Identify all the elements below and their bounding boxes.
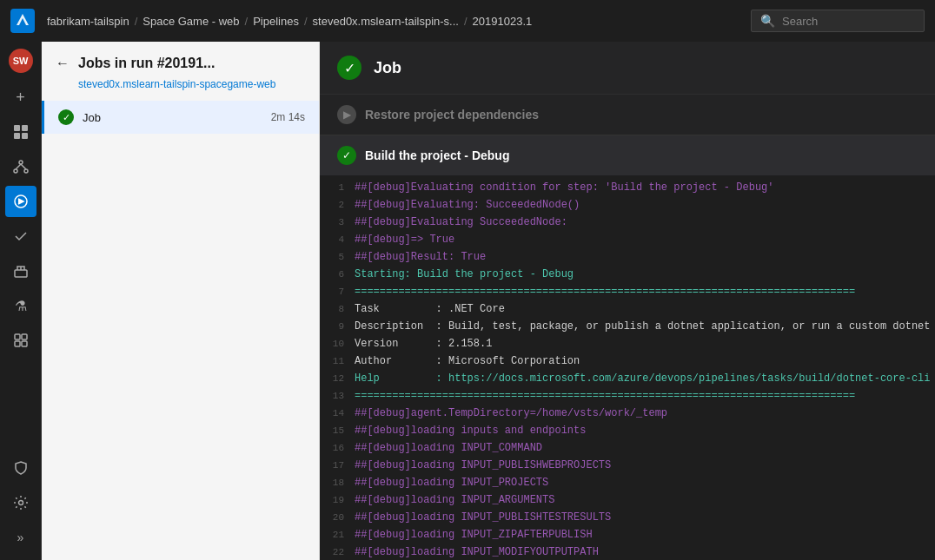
log-line-number: 12 — [320, 371, 355, 386]
panel-title: Jobs in run #20191... — [78, 56, 215, 71]
search-box[interactable]: 🔍 — [751, 10, 925, 32]
log-line-number: 11 — [320, 353, 355, 369]
log-line: 1##[debug]Evaluating condition for step:… — [320, 179, 935, 196]
log-line-text: ##[debug]loading INPUT_ZIPAFTERPUBLISH — [355, 527, 593, 543]
log-line: 21##[debug]loading INPUT_ZIPAFTERPUBLISH — [320, 526, 935, 544]
svg-point-4 — [19, 161, 23, 164]
sidebar-icon-overview[interactable]: + — [5, 82, 36, 113]
breadcrumb-org[interactable]: fabrikam-tailspin — [47, 15, 129, 28]
sidebar-icon-testplans[interactable] — [5, 221, 36, 252]
log-line-text: ========================================… — [355, 284, 855, 300]
breadcrumb-sep-4: / — [464, 15, 468, 28]
log-line-number: 1 — [320, 180, 355, 195]
svg-point-5 — [14, 169, 17, 173]
sidebar-icon-pipelines[interactable] — [5, 186, 36, 217]
log-line-number: 22 — [320, 544, 355, 560]
log-line: 5##[debug]Result: True — [320, 248, 935, 266]
breadcrumb-project[interactable]: Space Game - web — [143, 15, 239, 28]
svg-rect-13 — [22, 334, 27, 339]
log-line-number: 6 — [320, 267, 355, 282]
sidebar-icon-artifacts[interactable] — [5, 255, 36, 287]
svg-rect-2 — [14, 133, 20, 139]
log-line: 12Help : https://docs.microsoft.com/azur… — [320, 370, 935, 387]
search-input[interactable] — [782, 15, 904, 28]
breadcrumb-pipelines[interactable]: Pipelines — [253, 15, 299, 28]
sidebar-icon-repos[interactable] — [5, 151, 36, 182]
job-status-icon: ✓ — [58, 109, 74, 125]
breadcrumb-sep-2: / — [245, 15, 249, 28]
icon-sidebar-bottom: » — [5, 452, 36, 560]
log-area[interactable]: 1##[debug]Evaluating condition for step:… — [320, 175, 935, 560]
collapsed-task-title: Restore project dependencies — [365, 108, 539, 122]
log-line-number: 13 — [320, 388, 355, 404]
log-line-number: 17 — [320, 458, 355, 473]
log-line-text: ##[debug]Evaluating condition for step: … — [355, 180, 773, 195]
log-line-text: ##[debug]loading INPUT_MODIFYOUTPUTPATH — [355, 544, 599, 560]
sidebar-icon-expand[interactable]: » — [5, 522, 36, 553]
log-line-number: 14 — [320, 405, 355, 421]
sidebar-icon-flask[interactable]: ⚗ — [5, 290, 36, 321]
sidebar-icon-boards[interactable] — [5, 116, 36, 148]
log-line-text: ##[debug]loading INPUT_PUBLISHWEBPROJECT… — [355, 458, 611, 473]
svg-rect-3 — [22, 133, 28, 139]
log-line-number: 7 — [320, 284, 355, 300]
svg-point-6 — [24, 169, 28, 173]
log-line-text: ##[debug]loading inputs and endpoints — [355, 423, 586, 438]
back-button[interactable]: ← — [56, 56, 70, 71]
user-avatar[interactable]: SW — [9, 49, 33, 73]
job-header-status-icon: ✓ — [337, 56, 361, 80]
log-line-number: 9 — [320, 319, 355, 334]
log-line-number: 19 — [320, 492, 355, 508]
svg-rect-14 — [15, 341, 20, 346]
log-line-number: 8 — [320, 301, 355, 317]
log-line: 10Version : 2.158.1 — [320, 335, 935, 352]
log-line-number: 3 — [320, 214, 355, 230]
log-line-number: 20 — [320, 510, 355, 525]
sidebar-icon-extension[interactable] — [5, 325, 36, 356]
log-line-text: Version : 2.158.1 — [355, 336, 492, 352]
log-line: 15##[debug]loading inputs and endpoints — [320, 422, 935, 439]
log-line-number: 21 — [320, 527, 355, 543]
main-area: SW + ⚗ — [0, 42, 935, 560]
log-line-number: 16 — [320, 440, 355, 456]
active-task-title: Build the project - Debug — [365, 148, 509, 162]
job-name: Job — [83, 111, 262, 124]
log-line: 7=======================================… — [320, 283, 935, 300]
svg-point-16 — [18, 501, 23, 505]
log-line-text: ##[debug]Result: True — [355, 249, 486, 265]
job-header-title: Job — [374, 59, 401, 77]
log-line: 9Description : Build, test, package, or … — [320, 318, 935, 335]
log-line: 8Task : .NET Core — [320, 300, 935, 318]
collapsed-task-icon: ▶ — [337, 105, 356, 124]
active-task-icon: ✓ — [337, 146, 356, 165]
log-line: 19##[debug]loading INPUT_ARGUMENTS — [320, 491, 935, 509]
log-line: 3##[debug]Evaluating SucceededNode: — [320, 214, 935, 231]
icon-sidebar-top: SW + ⚗ — [5, 49, 36, 452]
sidebar-icon-shield[interactable] — [5, 452, 36, 484]
log-line-text: Author : Microsoft Corporation — [355, 353, 580, 369]
log-line-number: 5 — [320, 249, 355, 265]
log-line: 2##[debug]Evaluating: SucceededNode() — [320, 196, 935, 214]
log-line: 16##[debug]loading INPUT_COMMAND — [320, 439, 935, 457]
log-line-text: ##[debug]loading INPUT_ARGUMENTS — [355, 492, 554, 508]
log-line-number: 10 — [320, 336, 355, 352]
main-content: ✓ Job ▶ Restore project dependencies ✓ B… — [320, 42, 935, 560]
log-line-number: 15 — [320, 423, 355, 438]
breadcrumb: fabrikam-tailspin / Space Game - web / P… — [47, 15, 751, 28]
top-nav: fabrikam-tailspin / Space Game - web / P… — [0, 0, 935, 42]
breadcrumb-pipeline-name[interactable]: steved0x.mslearn-tailspin-s... — [313, 15, 459, 28]
job-time: 2m 14s — [271, 111, 305, 123]
log-line-text: ##[debug]loading INPUT_PROJECTS — [355, 475, 548, 491]
collapsed-task-header[interactable]: ▶ Restore project dependencies — [320, 94, 935, 135]
breadcrumb-run[interactable]: 20191023.1 — [473, 15, 533, 28]
log-line: 20##[debug]loading INPUT_PUBLISHTESTRESU… — [320, 509, 935, 526]
job-list-item[interactable]: ✓ Job 2m 14s — [42, 101, 319, 134]
breadcrumb-sep-3: / — [304, 15, 308, 28]
log-line: 6Starting: Build the project - Debug — [320, 266, 935, 283]
log-line-number: 18 — [320, 475, 355, 491]
sidebar-icon-settings[interactable] — [5, 487, 36, 518]
active-task-header[interactable]: ✓ Build the project - Debug — [320, 135, 935, 175]
log-line-text: ##[debug]loading INPUT_PUBLISHTESTRESULT… — [355, 510, 611, 525]
panel-subtitle[interactable]: steved0x.mslearn-tailspin-spacegame-web — [42, 78, 319, 101]
log-line: 13======================================… — [320, 387, 935, 405]
